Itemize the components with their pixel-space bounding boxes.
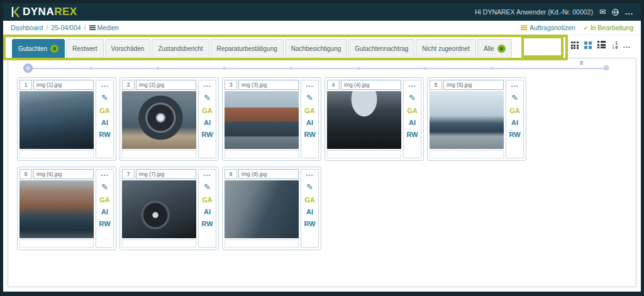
- car-photo-wheel-dark[interactable]: [122, 180, 196, 238]
- tab-nicht-zugeordnet[interactable]: Nicht zugeordnet: [416, 39, 476, 58]
- rw-tag-button[interactable]: RW: [509, 131, 520, 138]
- edit-pencil-icon[interactable]: ✎: [306, 93, 313, 102]
- edit-pencil-icon[interactable]: ✎: [409, 93, 416, 102]
- breadcrumb-case-number[interactable]: 25-04/004: [51, 24, 80, 31]
- rw-tag-button[interactable]: RW: [406, 131, 418, 138]
- globe-icon[interactable]: [612, 9, 619, 16]
- ai-tag-button[interactable]: AI: [511, 119, 518, 126]
- filename-field[interactable]: img (3).jpg: [238, 80, 299, 90]
- card-footer: [122, 239, 196, 248]
- slider-handle[interactable]: [23, 63, 33, 73]
- card-menu-button[interactable]: ...: [408, 81, 416, 87]
- rw-tag-button[interactable]: RW: [304, 220, 315, 227]
- car-photo-front-road[interactable]: [225, 180, 299, 238]
- card-footer: [327, 150, 401, 158]
- slider-end-handle[interactable]: [604, 65, 609, 70]
- ai-tag-button[interactable]: AI: [409, 119, 416, 126]
- media-panel: 8 1 img (1).jpg: [8, 58, 636, 287]
- tab-alle[interactable]: Alle 8: [477, 39, 512, 58]
- edit-pencil-icon[interactable]: ✎: [306, 182, 313, 192]
- edit-pencil-icon[interactable]: ✎: [511, 93, 518, 102]
- ga-tag-button[interactable]: GA: [407, 107, 418, 114]
- ga-tag-button[interactable]: GA: [304, 196, 315, 204]
- breadcrumb-separator: /: [84, 24, 86, 31]
- grid-small-view-icon[interactable]: [571, 41, 579, 49]
- order-notes-label: Auftragsnotizen: [530, 24, 575, 31]
- filename-field[interactable]: img (6).jpg: [33, 169, 94, 179]
- rw-tag-button[interactable]: RW: [99, 131, 110, 138]
- card-menu-button[interactable]: ...: [203, 81, 211, 87]
- tab-nachbesichtigung[interactable]: Nachbesichtigung: [285, 39, 348, 58]
- ai-tag-button[interactable]: AI: [306, 119, 313, 126]
- breadcrumb-dashboard[interactable]: Dashboard: [11, 24, 43, 31]
- card-action-column: ... ✎ GA AI RW: [301, 169, 319, 248]
- rw-tag-button[interactable]: RW: [201, 131, 213, 138]
- ga-tag-button[interactable]: GA: [202, 107, 213, 114]
- envelope-icon[interactable]: ✉: [599, 8, 606, 16]
- slider-track[interactable]: [26, 68, 607, 69]
- ga-tag-button[interactable]: GA: [202, 196, 213, 204]
- ga-tag-button[interactable]: GA: [304, 107, 315, 114]
- dynarex-logo[interactable]: DYNAREX: [11, 6, 77, 18]
- edit-pencil-icon[interactable]: ✎: [101, 93, 108, 102]
- car-photo-wheel[interactable]: [122, 91, 196, 149]
- grid-medium-view-icon[interactable]: [584, 41, 592, 50]
- card-menu-button[interactable]: ...: [306, 81, 313, 87]
- card-menu-button[interactable]: ...: [101, 81, 108, 87]
- order-status-badge[interactable]: ✓ In Bearbeitung: [583, 24, 633, 31]
- ai-tag-button[interactable]: AI: [204, 119, 211, 126]
- ai-tag-button[interactable]: AI: [306, 208, 313, 216]
- sort-descending-icon[interactable]: ↓ 1 9: [611, 41, 618, 50]
- tab-gutachtennachtrag[interactable]: Gutachtennachtrag: [348, 39, 414, 58]
- order-notes-button[interactable]: Auftragsnotizen: [521, 24, 575, 31]
- tab-label: Alle: [484, 45, 494, 52]
- card-menu-button[interactable]: ...: [203, 170, 211, 177]
- view-more-icon[interactable]: ...: [623, 41, 631, 49]
- filename-field[interactable]: img (4).jpg: [341, 80, 401, 90]
- edit-pencil-icon[interactable]: ✎: [101, 182, 108, 192]
- card-menu-button[interactable]: ...: [101, 170, 108, 177]
- image-number: 3: [225, 80, 237, 90]
- rw-tag-button[interactable]: RW: [304, 131, 315, 138]
- ga-tag-button[interactable]: GA: [509, 107, 520, 114]
- tab-count-badge: 8: [50, 45, 58, 53]
- car-photo-side-building[interactable]: [225, 91, 299, 149]
- card-footer: [430, 150, 504, 158]
- ai-tag-button[interactable]: AI: [204, 208, 211, 216]
- card-menu-button[interactable]: ...: [306, 170, 313, 177]
- tab-label: Restwert: [72, 45, 97, 52]
- tab-label: Zustandsbericht: [158, 45, 203, 52]
- rw-tag-button[interactable]: RW: [201, 220, 213, 227]
- breadcrumb-separator: /: [46, 24, 48, 31]
- card-menu-button[interactable]: ...: [511, 81, 518, 87]
- card-footer: [225, 239, 299, 248]
- ga-tag-button[interactable]: GA: [99, 196, 110, 204]
- check-icon: ✓: [583, 24, 589, 31]
- filename-field[interactable]: img (1).jpg: [33, 80, 94, 90]
- filename-field[interactable]: img (7).jpg: [136, 169, 196, 179]
- image-number: 6: [19, 169, 32, 179]
- edit-pencil-icon[interactable]: ✎: [204, 182, 211, 192]
- tab-vorschaeden[interactable]: Vorschäden: [105, 39, 151, 58]
- tab-restwert[interactable]: Restwert: [66, 39, 103, 58]
- filename-field[interactable]: img (8).jpg: [238, 169, 299, 179]
- tab-gutachten[interactable]: Gutachten 8: [12, 39, 65, 58]
- ai-tag-button[interactable]: AI: [101, 119, 108, 126]
- car-photo-driving[interactable]: [430, 91, 504, 149]
- tab-zustandsbericht[interactable]: Zustandsbericht: [152, 39, 209, 58]
- breadcrumb-medien-label: Medien: [97, 24, 119, 31]
- ga-tag-button[interactable]: GA: [99, 107, 110, 114]
- list-view-icon[interactable]: [597, 41, 606, 50]
- ai-tag-button[interactable]: AI: [101, 208, 108, 216]
- filename-field[interactable]: img (2).jpg: [136, 80, 196, 90]
- card-action-column: ... ✎ GA AI RW: [198, 169, 216, 248]
- media-category-tabs: Gutachten 8 Restwert Vorschäden Zustands…: [12, 39, 512, 58]
- rw-tag-button[interactable]: RW: [99, 220, 110, 227]
- filename-field[interactable]: img (5).jpg: [443, 80, 504, 90]
- tab-reparaturbestaetigung[interactable]: Reparaturbestätigung: [211, 39, 284, 58]
- header-ellipsis-icon[interactable]: ...: [625, 8, 633, 16]
- car-photo-interior[interactable]: [327, 91, 401, 149]
- car-photo-front[interactable]: [19, 91, 94, 149]
- car-photo-front-building[interactable]: [19, 180, 94, 238]
- edit-pencil-icon[interactable]: ✎: [204, 93, 211, 102]
